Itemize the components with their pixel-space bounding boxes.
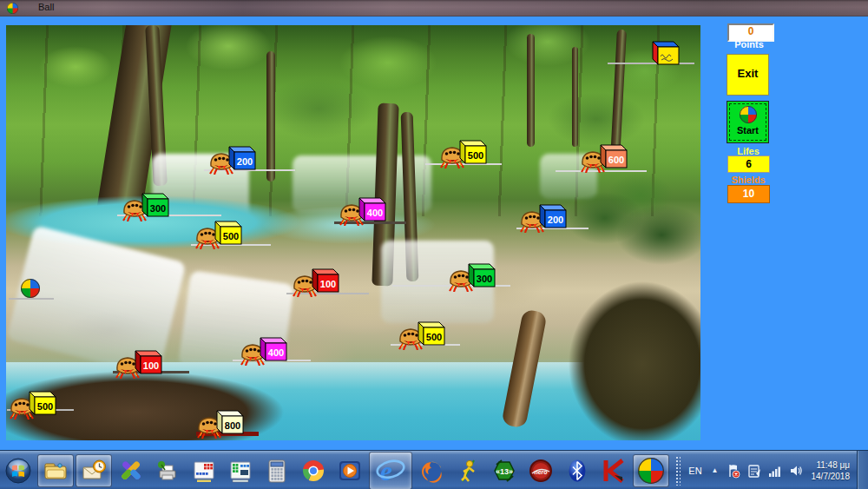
svg-text:200: 200 [237,156,253,167]
outlook-icon[interactable] [76,454,112,487]
firefox-icon[interactable] [418,458,444,484]
grid-app-green-icon[interactable] [227,458,253,484]
points-cube: 500 [417,320,446,347]
language-indicator[interactable]: EN [688,466,701,476]
point-target[interactable]: 500 [439,139,490,169]
grid-app-red-icon[interactable] [191,458,217,484]
svg-text:400: 400 [367,208,383,218]
point-target[interactable]: 100 [292,268,342,297]
kaspersky-icon[interactable] [601,458,627,484]
tray-grip [675,456,681,486]
system-tray: EN ▲ 11:48 μμ 14/7/2018 [673,451,857,489]
window-title: Ball [38,2,54,12]
points-cube: 200 [227,145,257,171]
start-button[interactable]: Start [727,101,769,143]
point-target[interactable]: 300 [448,262,498,292]
tree-trunk [266,51,275,182]
svg-text:300: 300 [477,274,492,284]
point-target[interactable]: 200 [519,203,569,233]
tree-trunk [527,34,535,147]
svg-text:500: 500 [468,150,483,161]
player-ball[interactable] [21,279,40,298]
svg-text:400: 400 [268,347,284,358]
ball-game-icon[interactable] [633,454,669,487]
show-desktop-button[interactable] [857,451,868,489]
ball-icon [7,2,18,13]
points-label: Points [726,39,773,50]
svg-text:nero: nero [534,468,548,474]
shields-field[interactable]: 10 [727,185,770,203]
svg-text:200: 200 [548,215,563,225]
tablet-input-icon[interactable] [747,463,761,479]
points-cube: 600 [599,143,628,169]
msdn-x-icon[interactable] [118,458,144,484]
svg-text:«13»: «13» [496,467,513,476]
svg-text:500: 500 [223,231,239,241]
game-playfield[interactable]: 200 300 500 [6,25,700,440]
points-cube: 100 [134,349,163,375]
lifes-field[interactable]: 6 [727,155,770,173]
point-target[interactable]: 600 [580,143,630,173]
clock-date: 14/7/2018 [812,471,851,482]
calculator-icon[interactable] [264,458,290,484]
ie-icon[interactable]: e [369,452,412,489]
point-target[interactable]: 400 [240,336,290,366]
svg-text:100: 100 [320,279,336,289]
action-center-flag-icon[interactable] [727,463,740,479]
tree-trunk [572,47,578,147]
taskbar: e «13» nero EN ▲ [0,450,868,489]
clock-time: 11:48 μμ [812,459,851,471]
ball-icon [740,111,757,126]
points-cube: 400 [259,336,288,362]
tray-expand-icon[interactable]: ▲ [712,466,719,474]
window-titlebar: Ball [0,0,868,17]
network-icon[interactable] [768,463,782,479]
print-utility-icon[interactable] [155,458,181,484]
start-button-label: Start [727,125,768,135]
points-cube: 500 [214,220,243,246]
volume-icon[interactable] [789,463,803,479]
bonus-cube-icon [651,40,681,66]
points-cube: 100 [311,268,340,294]
points-cube: 500 [28,390,57,416]
bushes [562,173,700,286]
point-target[interactable]: 300 [122,192,172,221]
point-target[interactable]: 500 [398,320,448,350]
svg-text:100: 100 [143,360,159,371]
explorer-icon[interactable] [37,454,74,487]
clock[interactable]: 11:48 μμ 14/7/2018 [812,459,851,482]
media-player-icon[interactable] [337,458,363,484]
platform-line [9,298,54,300]
bluetooth-icon[interactable] [564,458,590,484]
points-cube: 800 [215,409,245,435]
points-cube: 200 [538,203,568,229]
messenger-man-icon[interactable] [455,458,481,484]
point-target[interactable]: 400 [339,196,389,226]
svg-text:800: 800 [225,420,240,431]
exit-button[interactable]: Exit [727,54,769,96]
mossy-rock [569,281,700,440]
taskbar-icons: e «13» nero [0,451,673,489]
point-target[interactable]: 500 [9,390,59,420]
chrome-icon[interactable] [300,458,326,484]
start-orb[interactable] [5,458,31,484]
point-target[interactable]: 800 [196,409,247,439]
points-cube: 500 [458,139,488,165]
green-13-badge-icon[interactable]: «13» [491,458,517,484]
point-target[interactable]: 500 [194,220,245,249]
svg-text:300: 300 [150,203,166,214]
point-target[interactable]: 100 [115,349,165,379]
svg-text:500: 500 [426,332,442,342]
svg-text:600: 600 [608,155,624,165]
svg-text:500: 500 [37,401,53,412]
bonus-cube[interactable] [651,40,681,66]
shields-label: Shields [724,175,773,185]
points-cube: 300 [467,262,496,288]
point-target[interactable]: 200 [208,145,259,175]
nero-icon[interactable]: nero [528,458,554,484]
points-cube: 400 [358,196,387,222]
points-cube: 300 [141,192,170,218]
